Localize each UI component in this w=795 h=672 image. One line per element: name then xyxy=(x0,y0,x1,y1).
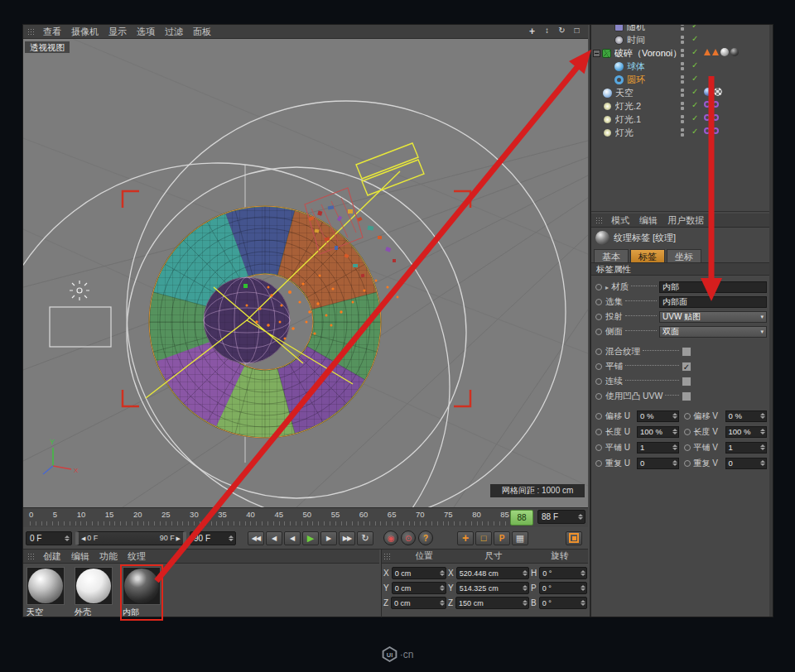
viewport-canvas[interactable]: 透视视图 网格间距 : 1000 cm xyxy=(23,39,588,507)
enabled-check-icon[interactable] xyxy=(691,100,698,109)
panel-grip-icon[interactable] xyxy=(27,553,35,560)
goto-start-button[interactable] xyxy=(248,531,264,545)
enabled-check-icon[interactable] xyxy=(691,25,698,30)
loop-mode-button[interactable] xyxy=(357,531,373,545)
range-end-field[interactable]: 90 F xyxy=(190,531,236,545)
projection-dropdown[interactable]: UVW 贴图▾ xyxy=(659,311,767,323)
material-thumbnail[interactable] xyxy=(26,567,65,605)
autokey-button[interactable] xyxy=(401,530,416,545)
visibility-dots[interactable] xyxy=(681,49,684,59)
panel-grip-icon[interactable] xyxy=(383,553,391,560)
object-row-light[interactable]: 灯光 xyxy=(591,126,771,139)
material-item-shell[interactable]: 外壳 xyxy=(74,566,113,619)
current-frame-field[interactable]: 88 F xyxy=(537,510,585,524)
phong-tag-icon[interactable] xyxy=(704,49,711,55)
pos-x-field[interactable]: 0 cm xyxy=(392,567,446,579)
enabled-check-icon[interactable] xyxy=(691,47,698,56)
target-tag-icon[interactable] xyxy=(704,114,711,121)
anim-toggle-icon[interactable] xyxy=(595,444,602,451)
tab-basic[interactable]: 基本 xyxy=(594,249,629,262)
preview-range-slider[interactable]: 0 F 90 F xyxy=(75,531,186,545)
frame-selection-icon[interactable] xyxy=(475,531,492,545)
enabled-check-icon[interactable] xyxy=(691,113,698,122)
pos-z-field[interactable]: 0 cm xyxy=(391,597,446,609)
size-z-field[interactable]: 150 cm xyxy=(455,597,529,609)
visibility-dots[interactable] xyxy=(681,36,684,46)
selection-field[interactable]: 内部面 xyxy=(659,296,767,308)
powerslider-icon[interactable] xyxy=(494,531,510,545)
inner-texture-tag-icon[interactable] xyxy=(730,48,739,56)
range-slider-start[interactable]: 0 F xyxy=(81,534,98,542)
object-row-random[interactable]: 随机 xyxy=(591,25,771,33)
target-tag-icon[interactable] xyxy=(704,127,711,134)
size-y-field[interactable]: 514.325 cm xyxy=(456,582,529,594)
expand-arrow-icon[interactable]: ▸ xyxy=(605,284,611,291)
menu-mode[interactable]: 模式 xyxy=(606,214,634,227)
object-row-light2[interactable]: 灯光.2 xyxy=(591,99,771,113)
length-v-field[interactable]: 100 % xyxy=(725,426,768,438)
object-label[interactable]: 圆环 xyxy=(627,74,645,86)
side-dropdown[interactable]: 双面▾ xyxy=(659,326,767,338)
menu-function[interactable]: 功能 xyxy=(94,550,123,563)
tab-tag[interactable]: 标签 xyxy=(630,249,665,262)
menu-create[interactable]: 创建 xyxy=(38,550,66,563)
tab-coordinates[interactable]: 坐标 xyxy=(667,249,701,262)
anim-toggle-icon[interactable] xyxy=(595,429,602,435)
phong-tag-icon[interactable] xyxy=(712,49,719,55)
material-item-inner[interactable]: 内部 xyxy=(122,566,161,619)
rot-p-field[interactable]: 0 ° xyxy=(539,582,587,594)
record-keyframe-button[interactable] xyxy=(383,530,398,545)
material-thumbnail[interactable] xyxy=(123,567,161,605)
repeat-v-field[interactable]: 0 xyxy=(725,458,768,469)
range-end-spinner[interactable] xyxy=(229,535,234,541)
visibility-dots[interactable] xyxy=(681,115,684,125)
timeline-playhead[interactable]: 88 xyxy=(510,510,533,526)
object-label[interactable]: 灯光 xyxy=(615,127,634,139)
tag-properties-section[interactable]: 标签属性 xyxy=(591,263,771,276)
anim-toggle-icon[interactable] xyxy=(684,444,691,451)
prev-key-button[interactable] xyxy=(266,531,282,545)
light-plane-gizmo[interactable] xyxy=(356,143,424,195)
target-tag-icon[interactable] xyxy=(712,101,719,108)
anim-toggle-icon[interactable] xyxy=(595,363,602,370)
range-start-spinner[interactable] xyxy=(65,535,70,541)
menu-display[interactable]: 显示 xyxy=(104,26,132,38)
seamless-checkbox[interactable] xyxy=(682,377,691,386)
visibility-dots[interactable] xyxy=(681,89,684,98)
panel-grip-icon[interactable] xyxy=(595,217,603,224)
material-name[interactable]: 外壳 xyxy=(75,605,113,618)
visibility-dots[interactable] xyxy=(681,62,684,72)
sky-texture-tag-icon[interactable] xyxy=(704,88,712,96)
shell-texture-tag-icon[interactable] xyxy=(720,48,729,56)
object-label[interactable]: 灯光.2 xyxy=(615,100,641,113)
move-tool-icon[interactable] xyxy=(457,531,474,545)
target-tag-icon[interactable] xyxy=(712,114,719,121)
object-label[interactable]: 破碎（Voronoi） xyxy=(614,47,682,60)
material-name[interactable]: 内部 xyxy=(123,605,161,618)
keyframe-options-button[interactable] xyxy=(418,530,433,545)
menu-camera[interactable]: 摄像机 xyxy=(66,26,104,38)
object-label[interactable]: 随机 xyxy=(627,25,645,33)
object-label[interactable]: 天空 xyxy=(615,87,634,99)
anim-toggle-icon[interactable] xyxy=(684,429,691,435)
offset-u-field[interactable]: 0 % xyxy=(637,410,679,422)
anim-toggle-icon[interactable] xyxy=(595,314,602,320)
object-label[interactable]: 时间 xyxy=(627,34,645,46)
anim-toggle-icon[interactable] xyxy=(595,329,602,335)
mix-textures-checkbox[interactable] xyxy=(682,347,691,357)
object-row-light1[interactable]: 灯光.1 xyxy=(591,113,771,126)
anim-toggle-icon[interactable] xyxy=(684,460,691,467)
size-x-field[interactable]: 520.448 cm xyxy=(456,567,529,579)
object-row-voronoi[interactable]: 破碎（Voronoi） xyxy=(591,46,771,60)
object-row-time[interactable]: 时间 xyxy=(591,33,771,46)
material-link-field[interactable]: 内部 xyxy=(659,281,767,293)
enabled-check-icon[interactable] xyxy=(691,127,698,136)
anim-toggle-icon[interactable] xyxy=(684,413,691,420)
repeat-u-field[interactable]: 0 xyxy=(637,458,679,469)
menu-edit[interactable]: 编辑 xyxy=(634,214,662,227)
frame-spinner[interactable] xyxy=(578,514,583,520)
timeline-ruler[interactable]: 0510 152025 303540 455055 606570 758085 … xyxy=(23,507,588,527)
tiles-v-field[interactable]: 1 xyxy=(725,442,768,454)
panel-grip-icon[interactable] xyxy=(27,28,35,36)
visibility-dots[interactable] xyxy=(681,25,684,32)
